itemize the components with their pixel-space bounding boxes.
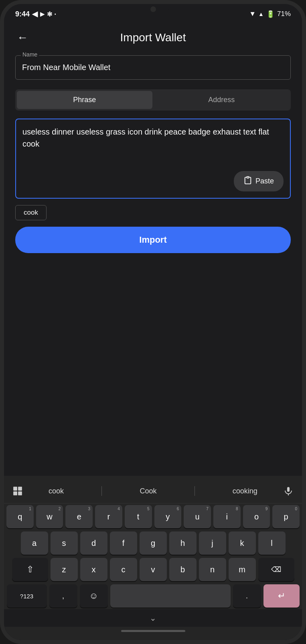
name-label: Name [21, 51, 39, 58]
suggestion-cook-cap[interactable]: Cook [133, 485, 163, 498]
key-b[interactable]: b [169, 558, 197, 581]
key-w[interactable]: w2 [36, 505, 63, 528]
form-content: Name Phrase Address useless dinner usele… [4, 55, 302, 476]
paste-button[interactable]: Paste [234, 171, 284, 191]
key-shift[interactable]: ⇧ [12, 558, 48, 581]
status-time: 9:44 [15, 10, 30, 18]
battery-icon: 🔋 [266, 10, 275, 18]
key-o[interactable]: o9 [243, 505, 270, 528]
tab-group: Phrase Address [15, 89, 291, 111]
key-row-3: ⇧ z x c v b n m ⌫ [4, 556, 302, 583]
key-y[interactable]: y6 [154, 505, 182, 528]
key-backspace[interactable]: ⌫ [258, 558, 294, 581]
key-v[interactable]: v [140, 558, 167, 581]
key-symbols[interactable]: ?123 [7, 584, 47, 608]
key-comma[interactable]: , [49, 584, 77, 608]
grid-icon [9, 482, 26, 500]
phone-frame: 9:44 ◀ ▶ ✻ • ▼ ▲ 🔋 71% ← Import Wallet N… [0, 0, 306, 644]
autocomplete-row: cook [15, 205, 291, 220]
svg-rect-1 [13, 487, 17, 491]
key-d[interactable]: d [80, 531, 107, 555]
camera-dot [150, 6, 156, 12]
home-indicator [4, 627, 302, 640]
name-input[interactable] [15, 55, 291, 80]
suggestion-cooking[interactable]: cooking [226, 485, 264, 498]
notch [137, 4, 169, 14]
suggestion-cook[interactable]: cook [42, 485, 70, 498]
key-g[interactable]: g [140, 531, 167, 555]
divider1 [101, 486, 102, 496]
key-e[interactable]: e3 [65, 505, 93, 528]
key-u[interactable]: u7 [184, 505, 211, 528]
phrase-text: useless dinner useless grass icon drink … [22, 126, 284, 166]
key-row-1: q1 w2 e3 r4 t5 y6 u7 i8 o9 p0 [4, 503, 302, 530]
key-f[interactable]: f [110, 531, 137, 555]
key-k[interactable]: k [229, 531, 256, 555]
header: ← Import Wallet [4, 22, 302, 55]
battery-percent: 71% [277, 10, 291, 18]
key-enter[interactable]: ↵ [263, 584, 300, 608]
autocomplete-chip[interactable]: cook [15, 205, 47, 220]
tab-phrase[interactable]: Phrase [17, 91, 152, 109]
home-bar [121, 630, 185, 632]
app-content: ← Import Wallet Name Phrase Address usel… [4, 22, 302, 640]
divider2 [195, 486, 195, 496]
suggestion-words: cook Cook cooking [26, 485, 280, 498]
key-r[interactable]: r4 [95, 505, 122, 528]
key-space[interactable] [110, 584, 231, 608]
key-p[interactable]: p0 [272, 505, 300, 528]
fan-icon: ✻ [47, 10, 52, 18]
key-row-4: ?123 , ☺ . ↵ [4, 583, 302, 609]
key-x[interactable]: x [80, 558, 107, 581]
name-input-group: Name [15, 55, 291, 80]
key-emoji[interactable]: ☺ [80, 584, 108, 608]
tab-address[interactable]: Address [154, 91, 290, 109]
key-l[interactable]: l [258, 531, 286, 555]
youtube-icon: ▶ [40, 11, 45, 17]
send-icon: ◀ [32, 10, 38, 18]
keyboard: cook Cook cooking q1 w2 [4, 476, 302, 627]
paste-label: Paste [255, 177, 274, 185]
key-t[interactable]: t5 [125, 505, 152, 528]
wifi-icon: ▼ [249, 10, 256, 18]
bottom-bar: ⌄ [4, 609, 302, 627]
svg-rect-0 [247, 177, 249, 178]
key-s[interactable]: s [51, 531, 78, 555]
mic-icon[interactable] [280, 482, 297, 500]
key-a[interactable]: a [21, 531, 48, 555]
page-title: Import Wallet [120, 31, 186, 44]
dot-icon: • [55, 12, 56, 16]
key-n[interactable]: n [199, 558, 226, 581]
key-period[interactable]: . [233, 584, 261, 608]
svg-rect-2 [18, 487, 22, 491]
status-bar: 9:44 ◀ ▶ ✻ • ▼ ▲ 🔋 71% [4, 4, 302, 22]
clipboard-icon [243, 176, 252, 187]
key-h[interactable]: h [169, 531, 197, 555]
key-m[interactable]: m [229, 558, 256, 581]
status-right: ▼ ▲ 🔋 71% [249, 10, 291, 18]
svg-rect-4 [18, 491, 22, 495]
phrase-textarea-container[interactable]: useless dinner useless grass icon drink … [15, 119, 291, 199]
chevron-down-icon[interactable]: ⌄ [150, 613, 156, 623]
key-row-2: a s d f g h j k l [4, 530, 302, 556]
signal-icon: ▲ [258, 11, 264, 17]
key-j[interactable]: j [199, 531, 226, 555]
back-button[interactable]: ← [15, 30, 30, 46]
svg-rect-3 [13, 491, 17, 495]
suggestions-row: cook Cook cooking [4, 479, 302, 503]
status-left: 9:44 ◀ ▶ ✻ • [15, 10, 56, 18]
key-i[interactable]: i8 [213, 505, 241, 528]
import-button[interactable]: Import [15, 227, 291, 253]
key-q[interactable]: q1 [6, 505, 34, 528]
key-c[interactable]: c [110, 558, 137, 581]
key-z[interactable]: z [51, 558, 78, 581]
